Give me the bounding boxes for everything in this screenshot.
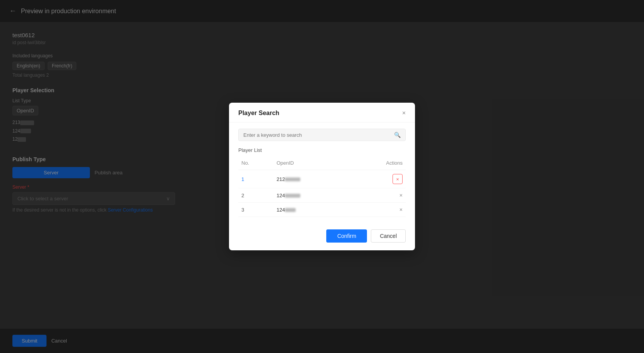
modal-footer: Confirm Cancel [229,225,415,250]
row1-openid: 212 [274,170,349,188]
player-list-label: Player List [238,147,406,153]
row1-no: 1 [238,170,274,188]
search-icon: 🔍 [394,132,401,138]
row1-actions: × [349,170,406,188]
modal-overlay: Player Search × 🔍 Player List No. OpenID… [0,0,644,353]
confirm-button[interactable]: Confirm [326,229,367,243]
col-header-actions: Actions [349,157,406,170]
row3-delete-button[interactable]: × [399,207,403,213]
table-row: 2 124 × [238,188,406,203]
blurred-id-2 [285,194,300,198]
player-table: No. OpenID Actions 1 212 × 2 [238,157,406,217]
row2-actions: × [349,188,406,203]
table-row: 3 124 × [238,203,406,217]
table-row: 1 212 × [238,170,406,188]
row3-actions: × [349,203,406,217]
search-input[interactable] [243,132,391,138]
row3-openid: 124 [274,203,349,217]
col-header-no: No. [238,157,274,170]
modal-close-button[interactable]: × [402,110,406,116]
table-header-row: No. OpenID Actions [238,157,406,170]
blurred-id-1 [285,177,300,181]
search-row: 🔍 [238,129,406,141]
row2-openid: 124 [274,188,349,203]
row2-delete-button[interactable]: × [399,192,403,198]
row3-no: 3 [238,203,274,217]
row2-no: 2 [238,188,274,203]
blurred-id-3 [285,208,296,212]
player-search-modal: Player Search × 🔍 Player List No. OpenID… [229,103,415,250]
modal-body: 🔍 Player List No. OpenID Actions 1 212 [229,122,415,225]
modal-header: Player Search × [229,103,415,122]
cancel-button[interactable]: Cancel [371,229,406,243]
col-header-openid: OpenID [274,157,349,170]
modal-title: Player Search [238,110,279,117]
row1-delete-button[interactable]: × [393,174,403,184]
